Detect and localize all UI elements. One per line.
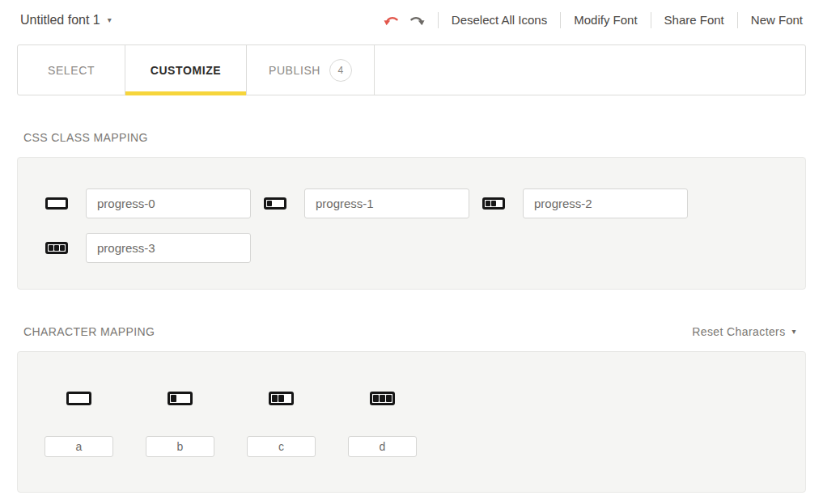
css-class-input-progress-0[interactable] (86, 188, 251, 218)
progress-bar-3-icon (370, 392, 395, 405)
redo-icon[interactable] (408, 15, 425, 26)
css-class-input-progress-1[interactable] (304, 188, 469, 218)
new-font-button[interactable]: New Font (737, 12, 803, 28)
share-font-button[interactable]: Share Font (651, 12, 737, 28)
tab-select[interactable]: SELECT (18, 45, 125, 95)
caret-down-icon: ▾ (108, 16, 112, 24)
progress-bar-0-icon (66, 392, 91, 405)
character-mapping-header: CHARACTER MAPPING Reset Characters ▾ (23, 325, 796, 338)
progress-bar-3-icon (45, 242, 68, 254)
css-mapping-row-progress-3 (45, 233, 264, 263)
top-bar: Untitled font 1 ▾ Deselect All Icons Mod… (0, 0, 823, 28)
progress-bar-2-icon (482, 197, 505, 210)
deselect-all-icons-button[interactable]: Deselect All Icons (438, 12, 560, 28)
reset-characters-dropdown[interactable]: Reset Characters ▾ (692, 325, 796, 338)
tab-publish-label: PUBLISH (269, 64, 320, 77)
character-mapping-panel (17, 351, 806, 493)
char-mapping-col-progress-2 (247, 392, 316, 457)
font-title-dropdown[interactable]: Untitled font 1 ▾ (20, 13, 112, 28)
progress-bar-1-icon (168, 392, 193, 405)
char-input-progress-3[interactable] (348, 436, 417, 457)
char-input-progress-1[interactable] (146, 436, 214, 457)
tab-publish[interactable]: PUBLISH 4 (247, 45, 375, 95)
char-input-progress-2[interactable] (247, 436, 316, 457)
tab-customize-label: CUSTOMIZE (151, 64, 222, 77)
char-mapping-col-progress-1 (146, 392, 214, 457)
css-class-mapping-panel (17, 157, 806, 290)
css-class-mapping-title: CSS CLASS MAPPING (23, 131, 148, 144)
css-mapping-row-progress-1 (264, 188, 482, 218)
character-mapping-title: CHARACTER MAPPING (23, 325, 155, 338)
undo-icon[interactable] (384, 15, 401, 26)
modify-font-button[interactable]: Modify Font (560, 12, 650, 28)
css-class-mapping-header: CSS CLASS MAPPING (23, 131, 796, 144)
publish-count-badge: 4 (329, 59, 352, 82)
progress-bar-0-icon (45, 197, 68, 210)
progress-bar-1-icon (264, 197, 286, 210)
top-bar-actions: Deselect All Icons Modify Font Share Fon… (384, 12, 803, 28)
caret-down-icon: ▾ (792, 328, 796, 336)
reset-characters-label: Reset Characters (692, 325, 785, 338)
css-class-input-progress-3[interactable] (86, 233, 251, 263)
tab-customize[interactable]: CUSTOMIZE (125, 45, 247, 95)
css-class-input-progress-2[interactable] (523, 188, 688, 218)
tab-select-label: SELECT (48, 64, 95, 77)
progress-bar-2-icon (269, 392, 294, 405)
tab-bar: SELECT CUSTOMIZE PUBLISH 4 (17, 44, 806, 95)
undo-redo-group (384, 15, 438, 26)
css-mapping-row-progress-0 (45, 188, 264, 218)
char-mapping-col-progress-3 (348, 392, 417, 457)
char-input-progress-0[interactable] (45, 436, 113, 457)
font-title-label: Untitled font 1 (20, 13, 100, 28)
css-mapping-row-progress-2 (482, 188, 701, 218)
char-mapping-col-progress-0 (45, 392, 113, 457)
